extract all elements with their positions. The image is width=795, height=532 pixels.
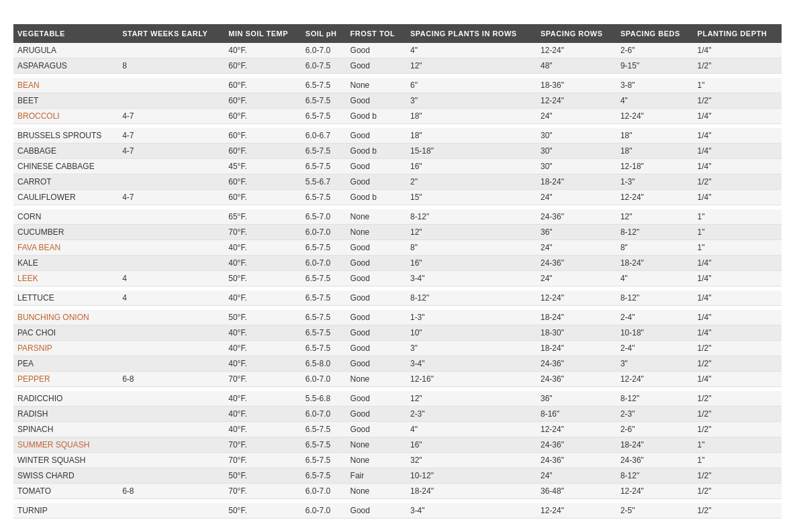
vegetable-name: SPINACH xyxy=(13,422,118,437)
table-cell: 6.0-7.0 xyxy=(301,43,346,58)
table-cell: Good xyxy=(346,310,406,325)
column-header-planting-depth: PLANTING DEPTH xyxy=(694,24,782,43)
table-cell: 40°F. xyxy=(224,290,301,306)
table-cell: 10-18" xyxy=(616,325,694,341)
vegetable-name: CUCUMBER xyxy=(13,225,118,240)
table-cell: 30" xyxy=(536,128,616,144)
vegetable-name: KALE xyxy=(13,256,118,271)
table-cell: 18" xyxy=(406,109,536,124)
table-cell: 45°F. xyxy=(224,159,301,174)
table-cell: 24-36" xyxy=(536,372,616,387)
table-cell: 6.0-7.0 xyxy=(301,256,346,271)
table-cell: Good b xyxy=(346,190,406,205)
table-cell: Good xyxy=(346,58,406,74)
vegetable-name: PAC CHOI xyxy=(13,325,118,341)
table-cell: 6.0-7.0 xyxy=(301,503,346,519)
table-cell: 1/4" xyxy=(694,144,782,159)
table-cell: 1-3" xyxy=(406,310,536,325)
vegetable-name: PEPPER xyxy=(13,372,118,387)
table-cell: 8-12" xyxy=(406,290,536,306)
table-cell: 1/4" xyxy=(694,159,782,174)
table-cell: 18-24" xyxy=(616,256,694,271)
table-row: BEET60°F.6.5-7.5Good3"12-24"4"1/2" xyxy=(13,93,782,109)
table-cell: 40°F. xyxy=(224,341,301,356)
vegetable-name: CARROT xyxy=(13,174,118,190)
table-cell: 1/2" xyxy=(694,407,782,422)
table-cell: Good xyxy=(346,341,406,356)
table-cell: 32" xyxy=(406,453,536,468)
table-cell: 1/2" xyxy=(694,391,782,407)
table-cell: 24-36" xyxy=(536,256,616,271)
table-row: LEEK450°F.6.5-7.5Good3-4"24"4"1/4" xyxy=(13,271,782,286)
table-cell: Good xyxy=(346,422,406,437)
table-cell: 15" xyxy=(406,190,536,205)
table-cell: 70°F. xyxy=(224,484,301,499)
table-cell: 16" xyxy=(406,256,536,271)
table-cell: 2-4" xyxy=(616,310,694,325)
table-cell: 2-6" xyxy=(616,43,694,58)
table-cell: 12" xyxy=(406,58,536,74)
table-cell: 1/4" xyxy=(694,256,782,271)
table-row: BROCCOLI4-760°F.6.5-7.5Good b18"24"12-24… xyxy=(13,109,782,124)
table-cell: 6.5-7.5 xyxy=(301,422,346,437)
table-cell: Good xyxy=(346,407,406,422)
table-row: ARUGULA40°F.6.0-7.0Good4"12-24"2-6"1/4" xyxy=(13,43,782,58)
table-cell: 6.0-7.0 xyxy=(301,407,346,422)
table-cell: 12-24" xyxy=(616,484,694,499)
table-cell: 1" xyxy=(694,453,782,468)
table-cell: 6.5-7.5 xyxy=(301,78,346,93)
vegetable-name: BUNCHING ONION xyxy=(13,310,118,325)
table-cell: 5.5-6.8 xyxy=(301,391,346,407)
table-cell: 5.5-6.7 xyxy=(301,174,346,190)
table-cell: 2-4" xyxy=(616,341,694,356)
table-cell: 12" xyxy=(406,391,536,407)
table-cell: 60°F. xyxy=(224,144,301,159)
table-cell: 1/4" xyxy=(694,372,782,387)
table-cell: 18-36" xyxy=(536,78,616,93)
table-cell: 24-36" xyxy=(616,453,694,468)
table-cell xyxy=(118,174,224,190)
table-row: TURNIP50°F.6.0-7.0Good3-4"12-24"2-5"1/2" xyxy=(13,503,782,519)
table-cell: 1/2" xyxy=(694,174,782,190)
table-cell: Good xyxy=(346,271,406,286)
table-row: ASPARAGUS860°F.6.0-7.5Good12"48"9-15"1/2… xyxy=(13,58,782,74)
table-cell: 12-24" xyxy=(616,190,694,205)
table-cell xyxy=(118,422,224,437)
table-cell: 18-24" xyxy=(536,174,616,190)
vegetable-name: RADICCHIO xyxy=(13,391,118,407)
table-cell: 4-7 xyxy=(118,144,224,159)
table-cell: 12" xyxy=(406,225,536,240)
vegetable-name: CABBAGE xyxy=(13,144,118,159)
table-cell: 24" xyxy=(536,468,616,484)
table-cell: 60°F. xyxy=(224,190,301,205)
column-header-soil-ph: SOIL pH xyxy=(301,24,346,43)
table-cell: None xyxy=(346,78,406,93)
table-cell: 3-4" xyxy=(406,271,536,286)
table-cell: 6.5-7.5 xyxy=(301,271,346,286)
table-cell: 40°F. xyxy=(224,240,301,256)
table-row: TOMATO6-870°F.6.0-7.0None18-24"36-48"12-… xyxy=(13,484,782,499)
table-cell: 4" xyxy=(616,93,694,109)
table-row: SWISS CHARD50°F.6.5-7.5Fair10-12"24"8-12… xyxy=(13,468,782,484)
table-cell: 40°F. xyxy=(224,356,301,372)
table-cell: 8-12" xyxy=(616,225,694,240)
table-cell: 60°F. xyxy=(224,174,301,190)
table-cell: 2-3" xyxy=(406,407,536,422)
table-cell: 6-8 xyxy=(118,372,224,387)
table-cell: Good xyxy=(346,391,406,407)
table-cell: 6.5-7.5 xyxy=(301,310,346,325)
table-cell: 6.5-7.5 xyxy=(301,159,346,174)
column-header-spacing-beds: SPACING BEDS xyxy=(616,24,694,43)
table-cell: 1" xyxy=(694,209,782,225)
table-cell: 6.5-7.0 xyxy=(301,209,346,225)
table-cell: Good xyxy=(346,43,406,58)
table-cell: 24-36" xyxy=(536,453,616,468)
vegetable-name: BRUSSELS SPROUTS xyxy=(13,128,118,144)
table-row: SPINACH40°F.6.5-7.5Good4"12-24"2-6"1/2" xyxy=(13,422,782,437)
column-header-vegetable: VEGETABLE xyxy=(13,24,118,43)
table-cell: 60°F. xyxy=(224,109,301,124)
table-cell: 1/2" xyxy=(694,93,782,109)
table-row: KALE40°F.6.0-7.0Good16"24-36"18-24"1/4" xyxy=(13,256,782,271)
table-cell: 3-4" xyxy=(406,503,536,519)
table-cell: 12-24" xyxy=(536,503,616,519)
